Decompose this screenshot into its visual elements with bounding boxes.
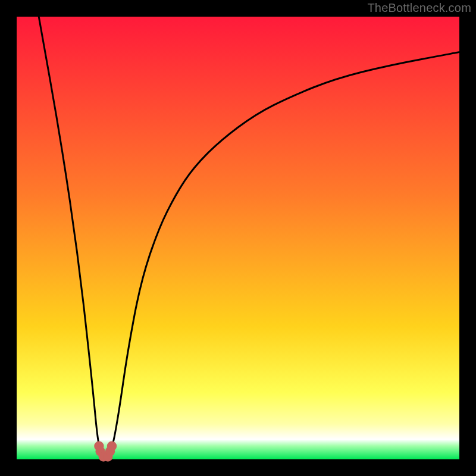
chart-frame: TheBottleneck.com <box>0 0 476 476</box>
attribution-text: TheBottleneck.com <box>367 1 471 15</box>
minimum-dot <box>107 441 117 451</box>
chart-gradient-background <box>17 17 459 459</box>
bottleneck-chart <box>0 0 476 476</box>
